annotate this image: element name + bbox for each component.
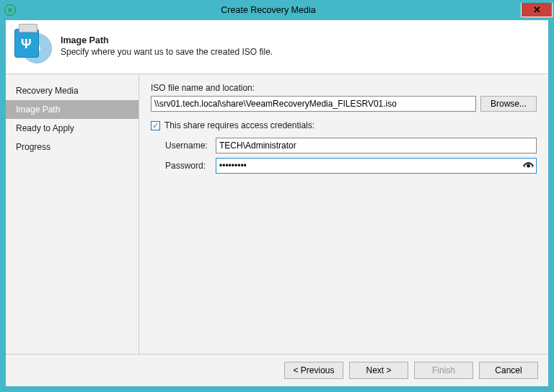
password-label: Password: (151, 161, 216, 171)
recovery-media-icon: Ψ (14, 27, 52, 65)
step-image-path[interactable]: Image Path (6, 100, 138, 119)
step-content: ISO file name and location: Browse... ✓ … (139, 74, 548, 354)
iso-path-label: ISO file name and location: (151, 83, 537, 93)
previous-button[interactable]: < Previous (284, 362, 343, 379)
credentials-checkbox-label: This share requires access credentials: (164, 120, 315, 130)
browse-button[interactable]: Browse... (480, 96, 537, 112)
titlebar: Create Recovery Media ✕ (0, 0, 554, 20)
step-progress[interactable]: Progress (6, 138, 138, 156)
step-recovery-media[interactable]: Recovery Media (6, 81, 138, 100)
app-icon (4, 4, 16, 16)
reveal-password-icon[interactable] (522, 160, 534, 172)
close-button[interactable]: ✕ (521, 3, 553, 17)
cancel-button[interactable]: Cancel (479, 362, 538, 379)
wizard-body: Ψ Image Path Specify where you want us t… (6, 20, 548, 386)
credentials-checkbox[interactable]: ✓ (151, 121, 160, 130)
window-title: Create Recovery Media (16, 5, 521, 15)
wizard-content-area: Recovery Media Image Path Ready to Apply… (6, 74, 548, 354)
step-ready-to-apply[interactable]: Ready to Apply (6, 119, 138, 138)
finish-button: Finish (414, 362, 473, 379)
next-button[interactable]: Next > (349, 362, 408, 379)
username-label: Username: (151, 141, 216, 151)
iso-path-input[interactable] (151, 96, 476, 112)
page-subtitle: Specify where you want us to save the cr… (61, 47, 273, 57)
username-input[interactable] (216, 138, 537, 153)
wizard-header: Ψ Image Path Specify where you want us t… (6, 20, 548, 74)
wizard-footer: < Previous Next > Finish Cancel (6, 354, 548, 386)
wizard-steps: Recovery Media Image Path Ready to Apply… (6, 74, 139, 354)
wizard-window: Create Recovery Media ✕ Ψ Image Path Spe… (0, 0, 554, 392)
password-input[interactable] (216, 158, 537, 174)
page-title: Image Path (61, 35, 273, 45)
